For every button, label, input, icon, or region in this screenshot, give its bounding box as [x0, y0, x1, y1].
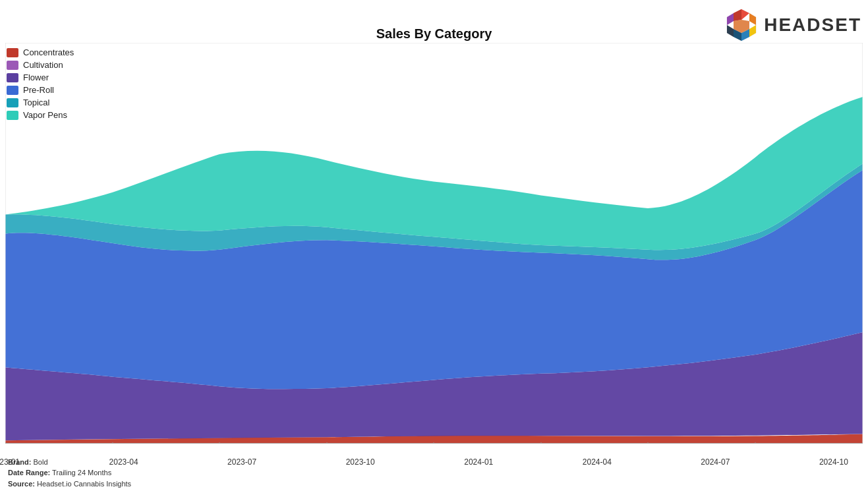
- x-label-3: 2023-10: [346, 457, 375, 467]
- x-label-6: 2024-07: [701, 457, 730, 467]
- date-label: Date Range:: [8, 469, 50, 477]
- page-container: HEADSET Sales By Category Concentrates C…: [0, 0, 868, 493]
- x-axis-labels: 2023-01 2023-04 2023-07 2023-10 2024-01 …: [5, 457, 863, 467]
- x-label-4: 2024-01: [464, 457, 493, 467]
- x-label-7: 2024-10: [819, 457, 848, 467]
- footer-daterange: Date Range: Trailing 24 Months: [8, 467, 131, 478]
- footer-brand: Brand: Bold: [8, 457, 131, 468]
- date-value: Trailing 24 Months: [52, 469, 111, 477]
- footer-info: Brand: Bold Date Range: Trailing 24 Mont…: [8, 457, 131, 490]
- source-label: Source:: [8, 480, 35, 488]
- x-label-5: 2024-04: [583, 457, 612, 467]
- chart-title: Sales By Category: [0, 26, 868, 42]
- brand-value: Bold: [34, 458, 48, 466]
- footer-source: Source: Headset.io Cannabis Insights: [8, 478, 131, 490]
- source-value: Headset.io Cannabis Insights: [37, 480, 131, 488]
- brand-label: Brand:: [8, 458, 31, 466]
- chart-svg: [5, 43, 863, 444]
- chart-area: [5, 43, 863, 444]
- x-label-2: 2023-07: [227, 457, 256, 467]
